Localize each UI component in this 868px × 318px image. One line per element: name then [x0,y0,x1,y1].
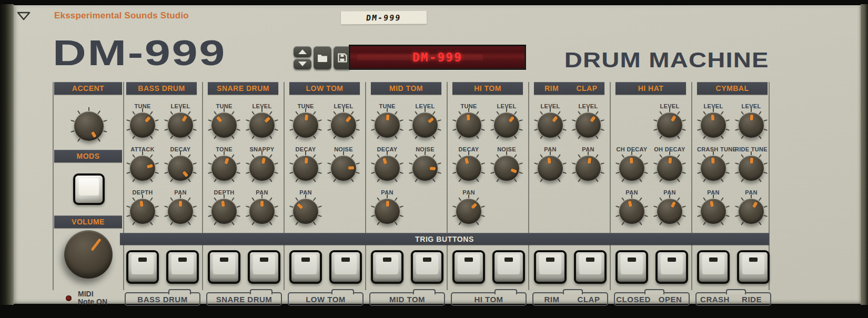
section-divider [365,82,366,290]
knob-hi-tom-tune[interactable] [456,112,481,138]
trig-button-cap [250,252,278,282]
knob-hi-tom-noise[interactable] [494,156,519,181]
knob-low-tom-decay[interactable] [293,156,318,181]
knob-mid-tom-decay[interactable] [375,156,400,181]
knob-hi-hat-level[interactable] [657,112,682,138]
knob-hi-tom-level[interactable] [494,112,519,138]
trig-button-bass-drum-1[interactable] [126,250,159,284]
knob-snare-drum-tone[interactable] [211,156,237,181]
trig-button-low-tom-1[interactable] [289,250,322,284]
trig-button-crash[interactable] [697,250,730,284]
trig-button-rim[interactable] [534,250,567,284]
trig-button-led [423,258,431,262]
knob-slot: PAN [615,189,648,224]
knob-rim-clap-pan-2[interactable] [576,156,601,181]
plugin-window: Ekssperimental Sounds Studio DM-999 DM-9… [0,0,868,318]
knob-pointer [700,155,726,181]
knob-rim-clap-level[interactable] [538,112,563,138]
knob-indicator [750,115,753,120]
group-label-mid-tom: MID TOM [369,292,445,306]
knob-mid-tom-level[interactable] [412,112,438,138]
knob-bass-drum-depth[interactable] [130,199,155,224]
knob-mid-tom-pan[interactable] [375,199,400,224]
trig-button-open[interactable] [655,250,688,284]
knob-rim-clap-pan[interactable] [538,156,563,181]
knob-rim-clap-level-2[interactable] [576,112,601,138]
knob-slot: TUNE [289,103,322,138]
triangle-down-icon[interactable] [16,11,31,21]
knob-hi-hat-oh-decay[interactable] [657,156,682,181]
knob-bass-drum-decay[interactable] [168,156,193,181]
trig-button-cap [536,252,564,282]
knob-indicator [552,116,558,122]
trig-button-hi-tom-2[interactable] [492,250,525,284]
open-preset-button[interactable] [314,46,331,69]
knob-indicator [91,131,97,138]
tape-label: DM-999 [341,11,427,25]
trig-button-closed[interactable] [615,250,648,284]
knob-bass-drum-pan[interactable] [168,199,193,224]
knob-low-tom-pan[interactable] [293,199,318,224]
trig-button-mid-tom-2[interactable] [411,250,443,284]
knob-hi-hat-ch-decay[interactable] [619,156,644,181]
knob-snare-drum-snappy[interactable] [249,156,275,181]
section-title: MID TOM [389,84,423,93]
knob-slot: SNAPPY [246,146,278,181]
knob-cymbal-ride-tune[interactable] [739,156,764,181]
knob-cymbal-pan[interactable] [701,199,726,224]
knob-mid-tom-noise[interactable] [412,156,438,181]
knob-snare-drum-level[interactable] [249,112,275,138]
group-label-text: BASS DRUM [137,295,187,304]
knob-slot: NOISE [327,146,360,181]
knob-cymbal-crash-tune[interactable] [701,156,726,181]
knob-mid-tom-tune[interactable] [375,112,400,138]
knob-indicator [628,201,632,207]
knob-bass-drum-attack[interactable] [130,156,155,181]
knob-cymbal-level-2[interactable] [739,112,764,138]
knob-low-tom-tune[interactable] [293,112,318,138]
knob-indicator [630,158,633,163]
trig-button-ride[interactable] [737,250,770,284]
knob-hi-hat-pan-2[interactable] [657,199,682,224]
trig-button-led [260,258,268,262]
knob-pointer [292,155,319,182]
section-divider [528,82,529,290]
trig-button-snare-drum-2[interactable] [248,250,280,284]
mods-button[interactable] [73,173,105,205]
knob-slot: DECAY [289,146,322,181]
trig-button-mid-tom-1[interactable] [371,250,403,284]
knob-slot: PAN [653,189,686,224]
trig-button-hi-tom-1[interactable] [452,250,485,284]
knob-low-tom-level[interactable] [331,112,356,138]
knob-snare-drum-tune[interactable] [211,112,237,138]
preset-down-button[interactable] [294,59,311,70]
knob-bass-drum-level[interactable] [168,112,193,138]
trig-button-led [465,258,473,262]
trig-button-low-tom-2[interactable] [329,250,362,284]
knob-hi-tom-pan[interactable] [456,199,481,224]
knob-cymbal-level[interactable] [701,112,726,138]
group-label-text: RIDE [733,295,770,304]
section-header-low-tom: LOW TOM [289,82,360,95]
section-header-mods: MODS [54,150,122,162]
knob-indicator [386,201,389,207]
knob-hi-hat-pan[interactable] [619,199,644,224]
knob-accent[interactable] [74,111,104,141]
knob-snare-drum-depth[interactable] [211,199,237,224]
preset-up-button[interactable] [294,46,311,57]
trig-button-bass-drum-2[interactable] [166,250,199,284]
knob-low-tom-noise[interactable] [331,156,356,181]
knob-cymbal-pan-2[interactable] [739,199,764,224]
knob-slot: TUNE [208,103,240,138]
knob-snare-drum-pan[interactable] [249,199,275,224]
trig-button-snare-drum-1[interactable] [208,250,240,284]
trig-button-led [220,258,228,262]
trig-button-clap[interactable] [574,250,607,284]
knob-slot: TONE [208,146,240,181]
arrow-up-icon [298,49,307,54]
section-divider [691,82,692,290]
knob-master-volume[interactable] [64,230,113,279]
knob-bass-drum-tune[interactable] [130,112,155,138]
knob-hi-tom-decay[interactable] [456,156,481,181]
section-header-mid-tom: MID TOM [371,82,441,95]
